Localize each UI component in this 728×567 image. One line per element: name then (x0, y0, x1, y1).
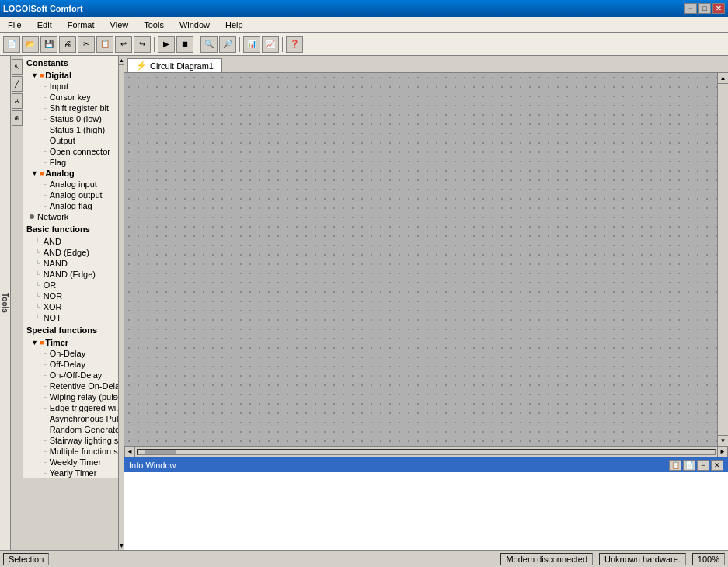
h-scroll-left[interactable]: ◄ (124, 447, 135, 457)
digital-header[interactable]: ▼ ■ Digital (30, 70, 124, 81)
menu-item-file[interactable]: File (3, 19, 26, 31)
basic-item-and-(edge)[interactable]: └AND (Edge) (23, 247, 124, 258)
toolbar-btn-4[interactable]: ✂ (78, 36, 95, 53)
digital-item-flag[interactable]: └Flag (30, 157, 124, 168)
toolbar-btn-12[interactable]: 🔍 (200, 36, 218, 53)
h-scroll-track[interactable] (137, 449, 716, 455)
toolbar-btn-6[interactable]: ↩ (115, 36, 132, 53)
h-scroll-right[interactable]: ► (717, 447, 728, 457)
timer-item-off-delay[interactable]: └Off-Delay (30, 359, 124, 370)
sidebar: Constants ▼ ■ Digital └Input└Cursor key└… (23, 56, 124, 478)
digital-item-open-connector[interactable]: └Open connector (30, 146, 124, 157)
info-btn-1[interactable]: 📋 (669, 460, 681, 471)
toolbar-separator-14 (239, 37, 240, 52)
digital-item-status-0-(low)[interactable]: └Status 0 (low) (30, 113, 124, 124)
toolbar-btn-2[interactable]: 💾 (40, 36, 57, 53)
info-header: Info Window 📋 📄 − ✕ (124, 458, 728, 472)
vertical-scrollbar[interactable]: ▲ ▼ (717, 73, 728, 446)
timer-item-on-delay[interactable]: └On-Delay (30, 348, 124, 359)
basic-items: └AND└AND (Edge)└NAND└NAND (Edge)└OR└NOR└… (23, 236, 124, 323)
timer-expand-icon: ▼ (31, 339, 38, 346)
sidebar-scrollbar[interactable]: ▲ ▼ (118, 56, 124, 550)
timer-item-weekly-timer[interactable]: └Weekly Timer (30, 457, 124, 468)
network-item[interactable]: Network (23, 211, 124, 222)
menu-item-format[interactable]: Format (63, 19, 99, 31)
tool-text[interactable]: A (12, 93, 23, 109)
timer-item-multiple-function-s[interactable]: └Multiple function s... (30, 446, 124, 457)
basic-item-not[interactable]: └NOT (23, 312, 124, 323)
basic-functions-header[interactable]: Basic functions (23, 222, 124, 236)
basic-item-or[interactable]: └OR (23, 280, 124, 290)
digital-item-cursor-key[interactable]: └Cursor key (30, 92, 124, 103)
v-scroll-up[interactable]: ▲ (718, 73, 728, 84)
menu-bar: FileEditFormatViewToolsWindowHelp (0, 17, 728, 33)
toolbar-btn-9[interactable]: ▶ (158, 36, 175, 53)
minimize-button[interactable]: − (684, 3, 697, 14)
toolbar-btn-0[interactable]: 📄 (3, 36, 20, 53)
sidebar-scroll-down[interactable]: ▼ (119, 541, 124, 550)
toolbar-btn-3[interactable]: 🖨 (59, 36, 76, 53)
close-button[interactable]: ✕ (712, 3, 725, 14)
network-bullet (30, 214, 34, 219)
horizontal-scrollbar[interactable]: ◄ ► (124, 446, 728, 457)
digital-item-status-1-(high)[interactable]: └Status 1 (high) (30, 124, 124, 135)
menu-item-view[interactable]: View (106, 19, 134, 31)
sidebar-scroll-up[interactable]: ▲ (119, 56, 124, 65)
toolbar-btn-7[interactable]: ↪ (134, 36, 151, 53)
info-minimize[interactable]: − (697, 460, 709, 471)
timer-item-random-generator[interactable]: └Random Generator (30, 424, 124, 435)
tool-select[interactable]: ↖ (12, 59, 23, 75)
menu-item-tools[interactable]: Tools (139, 19, 169, 31)
info-window: Info Window 📋 📄 − ✕ (124, 457, 728, 550)
timer-item-wiping-relay-pulse[interactable]: └Wiping relay (pulse... (30, 391, 124, 402)
basic-item-nand[interactable]: └NAND (23, 258, 124, 269)
toolbar-separator-17 (282, 37, 283, 52)
constants-header[interactable]: Constants (23, 56, 124, 70)
timer-item-yearly-timer[interactable]: └Yearly Timer (30, 468, 124, 478)
basic-item-xor[interactable]: └XOR (23, 301, 124, 312)
timer-item-stairway-lighting-s[interactable]: └Stairway lighting s... (30, 435, 124, 446)
maximize-button[interactable]: □ (698, 3, 711, 14)
analog-header[interactable]: ▼ ■ Analog (30, 168, 124, 179)
menu-item-help[interactable]: Help (221, 19, 248, 31)
analog-item-analog-output[interactable]: └Analog output (30, 190, 124, 200)
timer-item-retentive-on-dela[interactable]: └Retentive On-Dela... (30, 381, 124, 391)
toolbar-btn-16[interactable]: 📈 (262, 36, 279, 53)
digital-item-output[interactable]: └Output (30, 135, 124, 146)
basic-item-nand-(edge)[interactable]: └NAND (Edge) (23, 269, 124, 280)
toolbar-btn-15[interactable]: 📊 (243, 36, 260, 53)
toolbar-btn-5[interactable]: 📋 (96, 36, 113, 53)
basic-item-nor[interactable]: └NOR (23, 290, 124, 301)
menu-item-edit[interactable]: Edit (33, 19, 57, 31)
basic-item-and[interactable]: └AND (23, 236, 124, 247)
timer-item-on-/off-delay[interactable]: └On-/Off-Delay (30, 370, 124, 381)
circuit-diagram-tab[interactable]: ⚡ Circuit Diagram1 (127, 58, 222, 72)
analog-group: ▼ ■ Analog └Analog input└Analog output└A… (23, 168, 124, 211)
v-scroll-track[interactable] (718, 84, 728, 435)
timer-item-edge-triggered-wi[interactable]: └Edge triggered wi... (30, 402, 124, 413)
toolbar: 📄📂💾🖨✂📋↩↪▶⏹🔍🔎📊📈❓ (0, 33, 728, 56)
info-close[interactable]: ✕ (711, 460, 723, 471)
tools-strip: Tools (0, 56, 11, 550)
digital-item-shift-register-bit[interactable]: └Shift register bit (30, 103, 124, 113)
analog-item-analog-flag[interactable]: └Analog flag (30, 200, 124, 211)
digital-item-input[interactable]: └Input (30, 81, 124, 92)
h-scroll-thumb[interactable] (145, 450, 176, 454)
analog-item-analog-input[interactable]: └Analog input (30, 179, 124, 190)
timer-header[interactable]: ▼ ■ Timer (30, 337, 124, 348)
toolbar-separator-11 (197, 37, 197, 52)
tool-wire[interactable]: ╱ (12, 76, 23, 92)
diagram-canvas[interactable] (124, 73, 717, 446)
menu-item-window[interactable]: Window (175, 19, 214, 31)
toolbar-btn-1[interactable]: 📂 (22, 36, 39, 53)
v-scroll-down[interactable]: ▼ (718, 435, 728, 446)
circuit-diagram-tab-icon: ⚡ (136, 61, 147, 71)
special-functions-header[interactable]: Special functions (23, 323, 124, 337)
timer-item-asynchronous-puls[interactable]: └Asynchronous Puls... (30, 413, 124, 424)
tool-zoom[interactable]: ⊕ (12, 110, 23, 126)
toolbar-btn-10[interactable]: ⏹ (176, 36, 193, 53)
info-btn-2[interactable]: 📄 (683, 460, 695, 471)
toolbar-btn-18[interactable]: ❓ (286, 36, 303, 53)
info-title: Info Window (129, 461, 176, 470)
toolbar-btn-13[interactable]: 🔎 (219, 36, 236, 53)
